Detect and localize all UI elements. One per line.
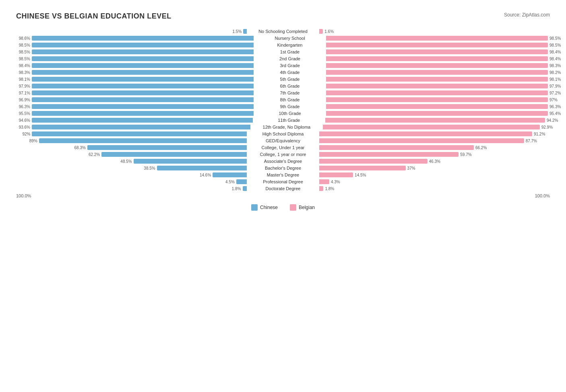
chinese-value: 95.5% [16,111,30,116]
chinese-bar [32,43,254,47]
left-section: 98.5% [16,56,254,61]
chinese-value: 68.3% [72,146,86,150]
bar-row-chinese: 96.9%8th Grade97% [16,97,550,103]
chinese-value: 98.6% [16,36,30,41]
chinese-bar [32,111,254,116]
category-label: 6th Grade [279,84,301,88]
chinese-value: 1.5% [227,29,242,34]
chinese-bar [32,118,253,123]
belgian-value: 96.3% [549,105,564,109]
legend-chinese: Chinese [251,204,278,211]
bar-pair: 95.5%10th Grade95.4% [16,111,550,116]
bar-row-chinese: 1.8%Doctorate Degree1.8% [16,186,550,191]
bar-row-chinese: 14.6%Master's Degree14.5% [16,172,550,178]
belgian-value: 98.1% [549,77,564,82]
bar-pair: 38.5%Bachelor's Degree37% [16,165,550,171]
left-section: 97.1% [16,90,254,95]
chinese-value: 89% [23,139,37,143]
bar-pair: 14.6%Master's Degree14.5% [16,172,550,178]
center-label: 10th Grade [254,111,326,116]
belgian-bar [319,29,323,34]
center-label: 4th Grade [254,70,326,75]
belgian-bar [326,84,548,88]
belgian-value: 94.2% [547,118,561,123]
bar-pair: 98.1%5th Grade98.1% [16,76,550,82]
center-label: 6th Grade [254,84,326,88]
chinese-value: 98.5% [16,43,30,47]
footer-right: 100.0% [535,193,550,198]
chinese-value: 4.5% [221,180,235,184]
chinese-value: 38.5% [141,166,155,170]
chinese-value: 97.9% [16,84,30,88]
bar-pair: 98.5%2nd Grade98.4% [16,56,550,62]
chinese-value: 62.2% [86,152,100,157]
left-section: 98.3% [16,70,254,75]
right-section: 96.3% [326,104,564,109]
chinese-bar [32,36,254,41]
right-section: 98.5% [326,36,564,41]
legend-chinese-label: Chinese [260,205,278,210]
bar-pair: 96.3%9th Grade96.3% [16,104,550,109]
legend-chinese-box [251,204,258,211]
bar-row-chinese: 95.5%10th Grade95.4% [16,111,550,116]
bar-row-chinese: 98.6%Nursery School98.5% [16,35,550,41]
center-label: 8th Grade [254,97,326,102]
category-label: 12th Grade, No Diploma [262,125,312,129]
center-label: 9th Grade [254,104,326,109]
belgian-bar [319,145,474,150]
category-label: Master's Degree [266,172,300,177]
belgian-bar [319,172,353,177]
chart-source: Source: ZipAtlas.com [504,12,550,18]
left-section: 62.2% [16,152,247,157]
belgian-value: 98.2% [549,70,564,75]
bar-pair: 97.1%7th Grade97.2% [16,90,550,96]
legend-belgian-box [290,204,296,211]
right-section: 91.2% [319,131,550,136]
belgian-value: 97.9% [549,84,564,88]
bar-row-chinese: 98.3%4th Grade98.2% [16,70,550,75]
left-section: 95.5% [16,111,254,116]
right-section: 98.1% [326,77,564,82]
category-label: 8th Grade [279,97,301,102]
left-section: 4.5% [16,179,247,184]
center-label: College, 1 year or more [247,152,319,157]
category-label: Professional Degree [262,179,304,184]
chinese-value: 14.6% [197,173,211,177]
belgian-value: 92.9% [541,125,556,129]
bar-pair: 92%High School Diploma91.2% [16,131,550,137]
bar-row-chinese: 98.5%Kindergarten98.5% [16,42,550,48]
belgian-value: 98.5% [549,36,564,41]
bar-row-chinese: 98.5%2nd Grade98.4% [16,56,550,62]
belgian-bar [319,159,428,164]
chinese-value: 98.1% [16,77,30,82]
belgian-value: 98.5% [549,43,564,47]
center-label: GED/Equivalency [247,138,319,143]
belgian-bar [319,179,329,184]
chinese-value: 98.5% [16,57,30,61]
belgian-value: 98.4% [549,50,564,54]
bar-row-chinese: 94.6%11th Grade94.2% [16,117,550,123]
center-label: High School Diploma [247,131,319,136]
belgian-value: 97% [549,98,564,102]
right-section: 59.7% [319,152,550,157]
bar-pair: 1.5%No Schooling Completed1.6% [16,29,550,34]
chinese-bar [243,186,247,191]
left-section: 96.3% [16,104,254,109]
chinese-bar [32,84,254,88]
chinese-bar [157,166,247,170]
center-label: Associate's Degree [247,159,319,164]
left-section: 1.8% [16,186,247,191]
center-label: 2nd Grade [254,56,326,61]
bar-row-chinese: 4.5%Professional Degree4.3% [16,179,550,185]
footer-left: 100.0% [16,193,31,198]
left-section: 96.9% [16,97,254,102]
chinese-value: 98.5% [16,50,30,54]
category-label: 5th Grade [279,77,301,82]
chinese-bar [32,90,254,95]
chinese-bar [32,125,250,129]
bar-row-chinese: 98.1%5th Grade98.1% [16,76,550,82]
chart-container: CHINESE VS BELGIAN EDUCATION LEVEL Sourc… [8,8,558,219]
chinese-value: 94.6% [16,118,30,123]
belgian-value: 37% [407,166,421,170]
chart-title: CHINESE VS BELGIAN EDUCATION LEVEL [16,12,171,21]
